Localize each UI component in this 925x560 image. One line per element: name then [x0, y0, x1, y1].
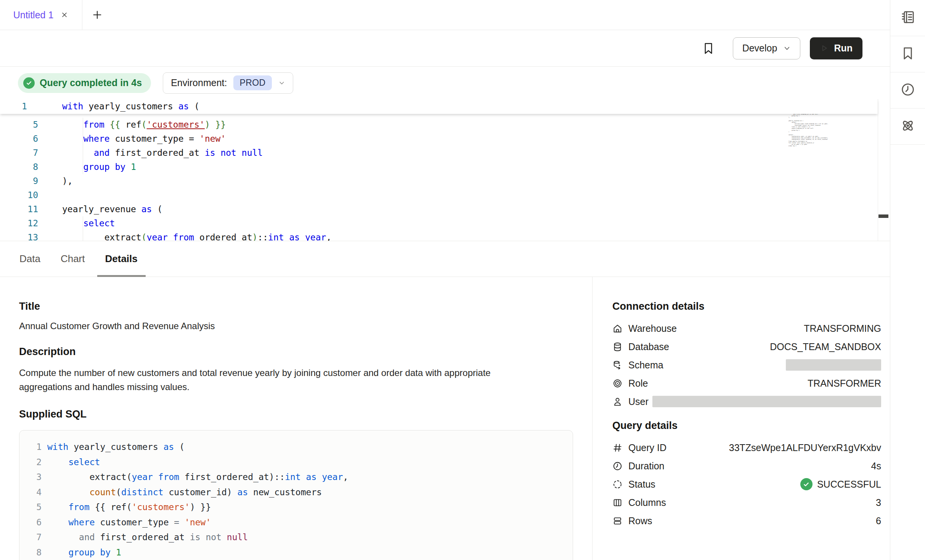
detail-row-duration: Duration4s: [612, 460, 881, 472]
line-number: 8: [0, 160, 38, 174]
copilot-icon: [900, 118, 915, 135]
line-number: 2: [26, 455, 42, 470]
indent-guide: [83, 216, 83, 241]
line-number: 4: [26, 485, 42, 500]
detail-label: Warehouse: [628, 323, 677, 334]
code-line: 6 where customer_type = 'new': [0, 132, 331, 146]
detail-label: User: [628, 396, 649, 407]
tab-title: Untitled 1: [13, 10, 54, 21]
hash-icon: [612, 443, 623, 453]
app-window: Untitled 1 Develop Run Query completed i…: [0, 0, 925, 560]
role-icon: [612, 378, 623, 389]
right-icon-rail: [890, 0, 925, 560]
line-number: 10: [0, 188, 38, 202]
code-line: 7 and first_ordered_at is not null: [0, 146, 331, 160]
code-line: 13 extract(year from ordered_at)::int as…: [0, 230, 331, 241]
active-tab-indicator: [97, 275, 146, 277]
chevron-down-icon: [783, 45, 791, 52]
line-number: 6: [0, 132, 38, 146]
tab-label: Chart: [61, 253, 85, 265]
editor-code-lines[interactable]: 5 from {{ ref('customers') }}6 where cus…: [0, 114, 331, 241]
new-tab-button[interactable]: [92, 9, 103, 21]
details-right-pane: Connection details WarehouseTRANSFORMING…: [592, 277, 890, 560]
title-value: Annual Customer Growth and Revenue Analy…: [19, 321, 573, 331]
detail-row-role: RoleTRANSFORMER: [612, 377, 881, 389]
detail-value: 6: [876, 515, 881, 526]
rail-button-bookmark[interactable]: [890, 36, 925, 72]
detail-label: Columns: [628, 497, 666, 508]
detail-label: Rows: [628, 515, 652, 526]
details-left-pane: Title Annual Customer Growth and Revenue…: [0, 277, 592, 560]
detail-row-user: User: [612, 395, 881, 408]
bookmark-icon: [900, 46, 915, 62]
line-number: 6: [26, 515, 42, 530]
detail-row-status: StatusSUCCESSFUL: [612, 478, 881, 490]
query-details-heading: Query details: [612, 420, 881, 432]
results-tab-bar: DataChartDetails: [0, 241, 890, 277]
detail-label: Query ID: [628, 442, 666, 453]
code-line: 8 group by 1: [26, 545, 565, 560]
close-icon[interactable]: [60, 11, 69, 19]
environment-select[interactable]: Environment: PROD: [163, 72, 293, 94]
code-line: 1with yearly_customers as (: [0, 99, 878, 114]
check-circle-icon: [800, 478, 813, 490]
detail-label: Duration: [628, 461, 665, 472]
bookmark-icon[interactable]: [702, 42, 715, 55]
warehouse-icon: [612, 323, 623, 334]
code-line: 5 from {{ ref('customers') }}: [26, 500, 565, 515]
notebook-icon: [900, 10, 915, 26]
line-number: 1: [26, 440, 42, 455]
redacted-value: [786, 359, 881, 371]
line-number: 3: [26, 470, 42, 485]
line-number: 9: [0, 174, 38, 188]
line-number: 5: [0, 118, 38, 132]
code-line: 4 count(distinct customer_id) as new_cus…: [26, 485, 565, 500]
tab-chart[interactable]: Chart: [61, 241, 85, 277]
editor-scrollbar-handle[interactable]: [878, 214, 888, 218]
code-line: 7 and first_ordered_at is not null: [26, 530, 565, 545]
rail-button-copilot[interactable]: [890, 109, 925, 145]
detail-row-columns: Columns3: [612, 496, 881, 509]
detail-value: DOCS_TEAM_SANDBOX: [770, 341, 881, 352]
supplied-sql-code-block: 1with yearly_customers as (2 select3 ext…: [19, 430, 573, 560]
toolbar: Develop Run: [0, 30, 890, 67]
detail-row-database: DatabaseDOCS_TEAM_SANDBOX: [612, 341, 881, 353]
sql-editor[interactable]: 5 from {{ ref('customers') }}6 where cus…: [0, 99, 890, 241]
check-circle-icon: [23, 77, 35, 89]
tab-untitled-1[interactable]: Untitled 1: [0, 0, 82, 30]
query-status-pill: Query completed in 4s: [18, 73, 151, 93]
play-icon: [820, 44, 829, 53]
detail-label: Status: [628, 479, 655, 490]
detail-value: 4s: [871, 461, 881, 472]
detail-value: 3: [876, 497, 881, 508]
line-number: 7: [26, 530, 42, 545]
tab-data[interactable]: Data: [19, 241, 40, 277]
run-button[interactable]: Run: [810, 37, 862, 59]
editor-sticky-line[interactable]: 1with yearly_customers as (: [0, 99, 878, 114]
line-number: 7: [0, 146, 38, 160]
detail-label: Role: [628, 378, 648, 389]
line-number: 11: [0, 202, 38, 216]
code-line: 8 group by 1: [0, 160, 331, 174]
connection-details-heading: Connection details: [612, 301, 881, 312]
editor-scrollbar-track[interactable]: [878, 99, 890, 241]
database-icon: [612, 342, 623, 352]
environment-value-badge: PROD: [233, 75, 271, 90]
detail-value: 33TZseWpe1ALFDUYerxR1gVKxbv: [729, 442, 881, 453]
title-heading: Title: [19, 301, 573, 312]
status-value: SUCCESSFUL: [800, 478, 881, 490]
tab-details[interactable]: Details: [105, 241, 138, 277]
develop-button[interactable]: Develop: [733, 37, 801, 59]
query-status-row: Query completed in 4s Environment: PROD: [0, 67, 890, 99]
detail-value: SUCCESSFUL: [817, 479, 881, 490]
code-line: 3 extract(year from first_ordered_at)::i…: [26, 470, 565, 485]
rail-button-notebook[interactable]: [890, 0, 925, 36]
line-number: 8: [26, 545, 42, 560]
detail-row-schema: Schema: [612, 359, 881, 371]
detail-row-query-id: Query ID33TZseWpe1ALFDUYerxR1gVKxbv: [612, 442, 881, 454]
rail-button-history[interactable]: [890, 72, 925, 109]
schema-icon: [612, 360, 623, 370]
code-line: 2 select: [26, 455, 565, 470]
detail-row-rows: Rows6: [612, 515, 881, 527]
line-number: 5: [26, 500, 42, 515]
